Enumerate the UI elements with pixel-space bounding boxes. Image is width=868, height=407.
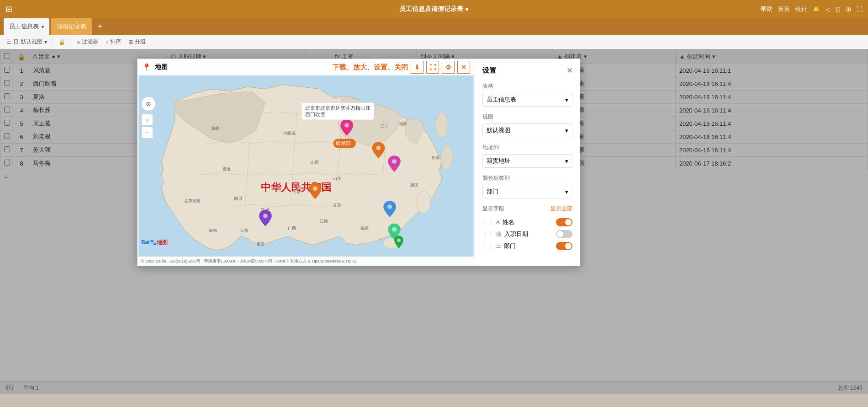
toolbar-lock[interactable]: 🔒 (56, 38, 68, 46)
view-dropdown: ▾ (44, 39, 47, 45)
map-modal: 📍 地图 下载、放大、设置、关闭 ⬇ ⛶ ⚙ ✕ (137, 59, 580, 266)
settings-color-label: 颜色标签列 (482, 174, 572, 182)
show-all-button[interactable]: 显示全部 (550, 205, 572, 213)
svg-point-31 (392, 227, 397, 232)
field-dept-toggle[interactable] (556, 242, 572, 250)
field-dept-drag-handle[interactable]: ⋮⋮ (482, 243, 493, 249)
svg-text:江西: 江西 (320, 219, 328, 224)
svg-text:新疆: 新疆 (211, 126, 219, 131)
map-download-button[interactable]: ⬇ (411, 61, 423, 74)
address-select-arrow: ▾ (565, 158, 568, 165)
svg-point-32 (397, 238, 401, 242)
settings-fields-section: 显示字段 显示全部 ⋮⋮ A 姓名 ⋮⋮ 曲 入职日期 (482, 205, 572, 252)
tab-employees[interactable]: 员工信息表 ▾ (4, 18, 49, 35)
map-close-button[interactable]: ✕ (457, 61, 470, 74)
add-tab-button[interactable]: + (94, 18, 106, 35)
field-date-drag-handle[interactable]: ⋮⋮ (482, 231, 493, 237)
grid-icon[interactable]: ⊞ (5, 4, 12, 14)
sep2 (71, 38, 71, 46)
toolbar-filter[interactable]: ≡ 过滤器 (74, 37, 101, 47)
svg-text:内蒙古: 内蒙古 (284, 131, 296, 135)
china-map-svg: 新疆 青海 内蒙古 黑龙江 辽宁 山西 山东 河南 江苏 江西 福建 广西 贵州… (138, 75, 475, 257)
toolbar-sort[interactable]: ↕ 排序 (103, 37, 124, 47)
svg-text:孟加拉国: 孟加拉国 (184, 198, 201, 203)
toolbar: ☰ 目 默认视图 ▾ 🔒 ≡ 过滤器 ↕ 排序 ⊞ 分组 (0, 35, 868, 49)
toolbar-group[interactable]: ⊞ 分组 (126, 37, 148, 47)
table-select-arrow: ▾ (565, 96, 568, 103)
bell-icon[interactable]: 🔔 (813, 6, 820, 13)
fullscreen-icon[interactable]: ⛶ (857, 6, 863, 13)
settings-view-label: 视图 (482, 113, 572, 121)
settings-view-value: 默认视图 (487, 126, 510, 134)
base-link[interactable]: 英英 (778, 5, 790, 13)
settings-color-section: 颜色标签列 部门 ▾ (482, 174, 572, 198)
map-section: 📍 地图 下载、放大、设置、关闭 ⬇ ⛶ ⚙ ✕ (138, 59, 475, 266)
svg-text:韩国: 韩国 (410, 183, 418, 187)
help-link[interactable]: 帮助 (761, 5, 773, 13)
field-date-toggle[interactable] (556, 230, 572, 238)
field-name-icon: A (496, 219, 500, 225)
svg-point-29 (263, 214, 268, 218)
map-location-icon: 📍 (142, 63, 151, 72)
svg-text:福建: 福建 (360, 226, 369, 230)
tab-leaves[interactable]: 请假记录表 (51, 18, 92, 35)
tab-leaves-label: 请假记录表 (57, 22, 86, 31)
field-item-date: ⋮⋮ 曲 入职日期 (482, 228, 572, 240)
settings-address-value: 籍贯地址 (487, 157, 510, 165)
view-icon: ☰ (6, 39, 11, 45)
settings-view-section: 视图 默认视图 ▾ (482, 113, 572, 137)
view-select-arrow: ▾ (565, 127, 568, 134)
svg-text:北京市北京市延庆县万梅山庄: 北京市北京市延庆县万梅山庄 (305, 105, 370, 111)
settings-table-section: 表格 员工信息表 ▾ (482, 82, 572, 107)
svg-text:山西: 山西 (311, 160, 319, 165)
group-label: 分组 (135, 38, 146, 46)
layout-icon[interactable]: ⊞ (846, 6, 851, 13)
map-footer-text: © 2020 Baidu · GS(2019)5218号 · 甲测资字11009… (141, 258, 357, 264)
settings-address-select[interactable]: 籍贯地址 ▾ (482, 154, 572, 168)
zoom-out-button[interactable]: − (141, 127, 153, 139)
zoom-in-button[interactable]: + (141, 114, 153, 126)
svg-point-26 (376, 145, 381, 150)
svg-point-28 (313, 187, 318, 191)
settings-table-select[interactable]: 员工信息表 ▾ (482, 93, 572, 107)
field-dept-label: 部门 (504, 242, 553, 250)
settings-panel: 设置 ✕ 表格 员工信息表 ▾ 视图 默认视图 ▾ (475, 59, 580, 266)
settings-close-button[interactable]: ✕ (566, 66, 572, 75)
app-title: 员工信息及请假记录表 ● (399, 5, 469, 13)
settings-header: 设置 ✕ (482, 66, 572, 75)
top-header: ⊞ 员工信息及请假记录表 ● 帮助 英英 统计 🔔 ◁ ⊡ ⊞ ⛶ (0, 0, 868, 18)
expand-icon[interactable]: ⊡ (836, 6, 841, 13)
field-name-toggle[interactable] (556, 218, 572, 226)
svg-text:四川: 四川 (234, 196, 242, 201)
svg-text:日本: 日本 (432, 155, 440, 160)
toolbar-view[interactable]: ☰ 目 默认视图 ▾ (4, 37, 50, 47)
svg-text:广西: 广西 (288, 226, 296, 230)
map-action-label: 下载、放大、设置、关闭 (333, 63, 408, 72)
settings-color-value: 部门 (487, 187, 498, 196)
svg-text:研发部: 研发部 (336, 140, 351, 146)
svg-text:辽宁: 辽宁 (381, 124, 389, 129)
compass-button[interactable]: ⊕ (141, 96, 156, 111)
field-date-icon: 曲 (496, 230, 502, 238)
field-item-dept: ⋮⋮ ☰ 部门 (482, 240, 572, 252)
tab-dropdown-icon[interactable]: ▾ (42, 24, 44, 29)
field-date-label: 入职日期 (504, 230, 553, 238)
svg-text:云南: 云南 (240, 228, 249, 233)
svg-text:山东: 山东 (333, 176, 341, 181)
map-fullscreen-button[interactable]: ⛶ (426, 61, 439, 74)
field-drag-handle[interactable]: ⋮⋮ (482, 219, 493, 225)
sort-icon: ↕ (106, 39, 108, 45)
settings-color-select[interactable]: 部门 ▾ (482, 185, 572, 198)
map-footer: © 2020 Baidu · GS(2019)5218号 · 甲测资字11009… (138, 257, 475, 266)
svg-point-27 (392, 159, 397, 164)
stats-link[interactable]: 统计 (795, 5, 807, 13)
share-icon[interactable]: ◁ (826, 6, 830, 13)
svg-point-1 (417, 191, 431, 214)
color-select-arrow: ▾ (565, 188, 568, 195)
settings-view-select[interactable]: 默认视图 ▾ (482, 123, 572, 137)
map-settings-button[interactable]: ⚙ (442, 61, 455, 74)
map-title: 地图 (155, 63, 168, 71)
tab-bar: 员工信息表 ▾ 请假记录表 + (0, 18, 868, 35)
svg-text:青海: 青海 (222, 167, 231, 171)
view-text: 默认视图 (21, 38, 42, 46)
